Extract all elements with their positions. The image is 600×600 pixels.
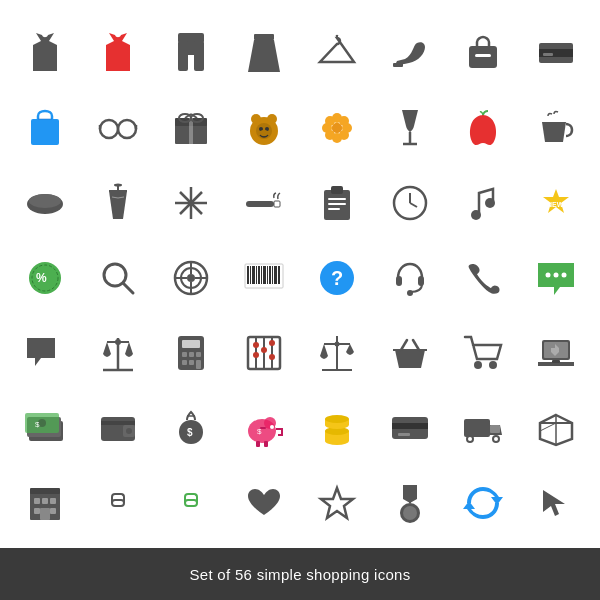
svg-point-106: [115, 339, 121, 345]
icon-drink-cup: [83, 168, 152, 239]
svg-rect-2: [194, 41, 204, 71]
svg-point-163: [468, 437, 472, 441]
svg-rect-175: [34, 508, 40, 514]
svg-point-157: [325, 415, 349, 423]
icon-clock: [375, 168, 444, 239]
svg-rect-13: [31, 119, 59, 145]
svg-marker-5: [248, 40, 280, 72]
svg-rect-172: [34, 498, 40, 504]
svg-rect-112: [182, 360, 187, 365]
icon-teddy-bear: [229, 93, 298, 164]
svg-point-180: [403, 506, 417, 520]
icon-bread: [10, 168, 79, 239]
icon-gift-box: [156, 93, 225, 164]
icon-pants: [156, 18, 225, 89]
icon-box: [521, 392, 590, 463]
icon-search: [83, 243, 152, 314]
svg-rect-61: [328, 203, 346, 205]
main-container: NEW % ?: [0, 0, 600, 600]
svg-rect-176: [50, 508, 56, 514]
svg-point-15: [100, 120, 118, 138]
svg-point-50: [114, 184, 122, 187]
svg-rect-97: [396, 276, 402, 286]
svg-point-101: [553, 272, 558, 277]
icons-grid: NEW % ?: [0, 0, 600, 548]
icon-shopping-cart: [448, 317, 517, 388]
svg-rect-86: [256, 266, 257, 284]
svg-rect-89: [263, 266, 266, 284]
svg-rect-9: [475, 54, 491, 57]
icon-building: [10, 467, 79, 538]
svg-text:$: $: [257, 427, 262, 436]
footer: Set of 56 simple shopping icons: [0, 548, 600, 600]
svg-text:$: $: [187, 427, 193, 438]
svg-rect-4: [254, 34, 274, 40]
icon-phone: [448, 243, 517, 314]
icon-star: [302, 467, 371, 538]
icon-coffee-cup: [521, 93, 590, 164]
svg-rect-148: [264, 441, 268, 447]
icon-comment: [10, 317, 79, 388]
svg-point-122: [269, 340, 275, 346]
icon-balance: [302, 317, 371, 388]
svg-rect-109: [182, 352, 187, 357]
svg-text:$: $: [35, 420, 40, 429]
svg-rect-56: [246, 201, 274, 207]
svg-rect-114: [196, 360, 201, 369]
icon-apple: [448, 93, 517, 164]
svg-rect-62: [328, 208, 340, 210]
svg-point-16: [118, 120, 136, 138]
svg-rect-59: [331, 186, 343, 194]
svg-rect-166: [490, 425, 500, 433]
svg-line-65: [410, 203, 417, 207]
icon-wallet-card: [521, 18, 590, 89]
svg-point-119: [253, 342, 259, 348]
svg-point-30: [267, 114, 277, 124]
footer-text: Set of 56 simple shopping icons: [189, 566, 410, 583]
svg-point-129: [474, 361, 482, 369]
icon-money-bills: $: [10, 392, 79, 463]
svg-rect-173: [42, 498, 48, 504]
icon-credit-card: [375, 392, 444, 463]
svg-point-149: [270, 425, 274, 429]
icon-target: [156, 243, 225, 314]
icon-piggy-bank: $: [229, 392, 298, 463]
icon-skirt: [229, 18, 298, 89]
svg-rect-84: [250, 266, 251, 284]
svg-rect-94: [278, 266, 280, 284]
svg-rect-87: [258, 266, 260, 284]
icon-glasses: [83, 93, 152, 164]
svg-rect-133: [552, 360, 560, 363]
icon-delivery-truck: [448, 392, 517, 463]
icon-chat-green: [521, 243, 590, 314]
svg-rect-171: [30, 488, 60, 494]
icon-flower: [302, 93, 371, 164]
svg-point-77: [187, 274, 195, 282]
svg-point-127: [334, 341, 339, 346]
icon-music-note: [448, 168, 517, 239]
svg-line-74: [123, 283, 133, 293]
icon-new-badge: NEW: [521, 168, 590, 239]
svg-rect-85: [252, 266, 255, 284]
icon-heart: [229, 467, 298, 538]
icon-barcode: [229, 243, 298, 314]
svg-rect-93: [274, 266, 277, 284]
svg-rect-111: [196, 352, 201, 357]
icon-cigarette: [229, 168, 298, 239]
icon-high-heel: [375, 18, 444, 89]
icon-hanger: [302, 18, 371, 89]
svg-rect-12: [543, 53, 553, 56]
svg-point-29: [251, 114, 261, 124]
svg-text:%: %: [36, 271, 47, 285]
svg-rect-22: [189, 118, 193, 144]
svg-point-55: [188, 200, 194, 206]
svg-point-120: [253, 352, 259, 358]
icon-closed-sign: [83, 467, 152, 538]
icon-refresh: [448, 467, 517, 538]
svg-rect-60: [328, 198, 346, 200]
icon-handbag: [448, 18, 517, 89]
svg-rect-83: [247, 266, 249, 284]
icon-money-bag: $: [156, 392, 225, 463]
svg-point-100: [545, 272, 550, 277]
svg-rect-3: [188, 41, 194, 55]
